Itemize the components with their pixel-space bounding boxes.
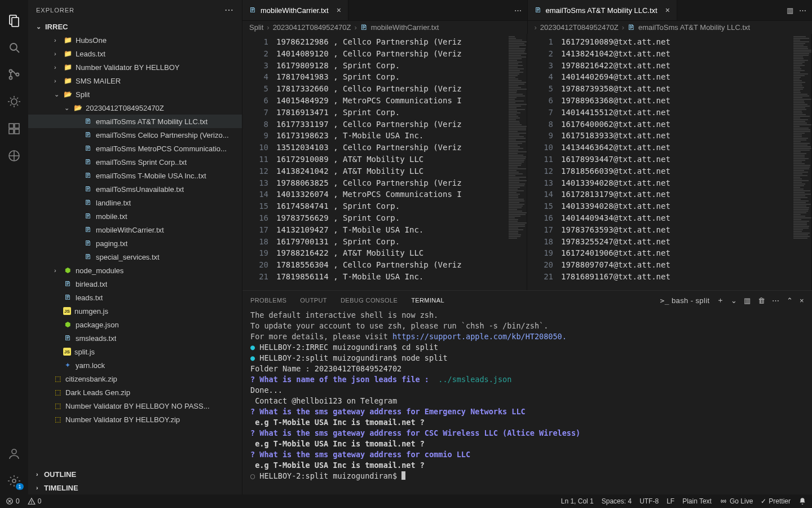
status-encoding[interactable]: UTF-8 — [639, 497, 659, 505]
tree-item[interactable]: ⬚Number Validator BY HELLBOY NO PASS... — [28, 399, 242, 413]
status-spaces[interactable]: Spaces: 4 — [602, 497, 632, 505]
editor-right[interactable]: 123456789101112131415161718192021 161729… — [527, 34, 812, 290]
more-icon[interactable]: ⋯ — [799, 6, 806, 15]
file-icon: 🖹 — [249, 6, 256, 14]
timeline-section[interactable]: ›TIMELINE — [28, 481, 242, 494]
search-icon[interactable] — [6, 40, 22, 55]
tree-item[interactable]: ›📁SMS MAILER — [28, 74, 242, 87]
tree-item[interactable]: 🖹landline.txt — [28, 196, 242, 209]
tree-item[interactable]: ›📁HubsOne — [28, 33, 242, 47]
explorer-icon[interactable] — [6, 12, 22, 28]
explorer-title: EXPLORER — [36, 7, 74, 14]
status-eol[interactable]: LF — [667, 497, 674, 505]
svg-point-19 — [31, 503, 32, 503]
svg-point-6 — [16, 73, 19, 76]
close-icon[interactable]: × — [337, 6, 341, 15]
status-golive[interactable]: Go Live — [720, 497, 753, 505]
settings-icon[interactable]: 1 — [6, 473, 22, 489]
tab-label: emailToSms AT&T Mobility LLC.txt — [546, 6, 657, 15]
svg-point-4 — [10, 70, 12, 73]
outline-section[interactable]: ›OUTLINE — [28, 467, 242, 481]
svg-rect-8 — [9, 124, 14, 128]
tree-item[interactable]: 🖹mobileWithCarrier.txt — [28, 223, 242, 237]
close-panel-icon[interactable]: × — [800, 296, 804, 305]
tree-item[interactable]: 🖹birlead.txt — [28, 277, 242, 291]
svg-point-2 — [10, 43, 17, 50]
tree-item[interactable]: 🖹emailToSms Cellco Partnership (Verizo..… — [28, 128, 242, 142]
extensions-icon[interactable] — [6, 121, 22, 137]
tree-item[interactable]: JSsplit.js — [28, 345, 242, 358]
terminal-dropdown-icon[interactable]: ⌄ — [731, 296, 737, 305]
account-icon[interactable] — [6, 446, 22, 462]
status-prettier[interactable]: ✓ Prettier — [761, 497, 791, 505]
maximize-panel-icon[interactable]: ⌃ — [787, 296, 793, 305]
status-warnings[interactable]: 0 — [28, 497, 42, 505]
status-errors[interactable]: 0 — [6, 497, 20, 505]
tree-item[interactable]: 🖹emailToSms Sprint Corp..txt — [28, 155, 242, 169]
status-language[interactable]: Plain Text — [682, 497, 712, 505]
tree-item[interactable]: 🖹special_services.txt — [28, 250, 242, 264]
more-icon[interactable]: ⋯ — [772, 296, 779, 305]
tree-item[interactable]: 🖹leads.txt — [28, 291, 242, 304]
terminal-shell-label[interactable]: >_ bash - split — [660, 296, 709, 305]
tree-item[interactable]: JSnumgen.js — [28, 304, 242, 318]
minimap[interactable] — [506, 34, 527, 290]
panel-tab-output[interactable]: OUTPUT — [300, 297, 327, 304]
tree-item[interactable]: 🖹smsleads.txt — [28, 331, 242, 345]
tree-item[interactable]: 🖹emailToSmsUnavailable.txt — [28, 182, 242, 196]
activity-bar: 1 — [0, 0, 28, 494]
tree-item[interactable]: ›📁Leads.txt — [28, 47, 242, 60]
kill-terminal-icon[interactable]: 🗑 — [758, 296, 765, 305]
status-bell-icon[interactable] — [798, 497, 806, 505]
breadcrumb-right[interactable]: ›20230412T084952470Z› 🖹emailToSms AT&T M… — [527, 20, 813, 34]
svg-rect-11 — [15, 129, 19, 134]
tree-item[interactable]: 🖹emailToSms AT&T Mobility LLC.txt — [28, 115, 242, 128]
svg-rect-10 — [9, 129, 14, 134]
panel-tab-terminal[interactable]: TERMINAL — [411, 297, 444, 304]
svg-point-13 — [12, 449, 16, 454]
explorer-root[interactable]: ⌄IRREC — [28, 20, 242, 33]
tree-item[interactable]: 🖹emailToSms T-Mobile USA Inc..txt — [28, 169, 242, 182]
tree-item[interactable]: ⬚citizensbank.zip — [28, 372, 242, 386]
minimap[interactable] — [791, 34, 811, 290]
tree-item[interactable]: 🖹paging.txt — [28, 237, 242, 250]
close-icon[interactable]: × — [665, 6, 670, 15]
split-terminal-icon[interactable]: ▥ — [744, 296, 751, 305]
status-bar: 0 0 Ln 1, Col 1 Spaces: 4 UTF-8 LF Plain… — [0, 494, 812, 508]
bottom-panel: PROBLEMS OUTPUT DEBUG CONSOLE TERMINAL >… — [242, 290, 812, 494]
tree-item[interactable]: ⬢package.json — [28, 318, 242, 331]
tree-item[interactable]: 🖹emailToSms MetroPCS Communicatio... — [28, 142, 242, 155]
debug-icon[interactable] — [6, 94, 22, 110]
tree-item[interactable]: ›📁Number Validator BY HELLBOY — [28, 60, 242, 74]
tree-item[interactable]: ⌄📂Split — [28, 87, 242, 101]
editor-left[interactable]: 123456789101112131415161718192021 197862… — [242, 34, 527, 290]
more-icon[interactable]: ⋯ — [514, 6, 522, 15]
tab-label: mobileWithCarrier.txt — [261, 6, 329, 15]
settings-badge: 1 — [16, 483, 23, 490]
explorer-sidebar: EXPLORER ⋯ ⌄IRREC ›📁HubsOne›📁Leads.txt›📁… — [28, 0, 242, 494]
tree-item[interactable]: ⬚Number Validator BY HELLBOY.zip — [28, 413, 242, 426]
svg-rect-1 — [12, 17, 19, 27]
split-layout-icon[interactable]: ▥ — [787, 6, 793, 15]
tab-emailtosms-att[interactable]: 🖹 emailToSms AT&T Mobility LLC.txt × — [528, 0, 677, 20]
new-terminal-icon[interactable]: ＋ — [717, 295, 724, 305]
tree-item[interactable]: ✦yarn.lock — [28, 358, 242, 372]
status-ln-col[interactable]: Ln 1, Col 1 — [561, 497, 594, 505]
file-icon: 🖹 — [535, 6, 541, 14]
remote-icon[interactable] — [6, 148, 22, 164]
terminal-output[interactable]: The default interactive shell is now zsh… — [242, 310, 812, 494]
panel-tab-debug[interactable]: DEBUG CONSOLE — [341, 297, 398, 304]
svg-point-20 — [722, 500, 725, 502]
tree-item[interactable]: ›⬢node_modules — [28, 264, 242, 277]
tree-item[interactable]: ⬚Dark Leads Gen.zip — [28, 386, 242, 399]
svg-point-7 — [11, 99, 17, 104]
breadcrumb-left[interactable]: Split› 20230412T084952470Z› 🖹mobileWithC… — [242, 20, 527, 34]
source-control-icon[interactable] — [6, 67, 22, 82]
svg-line-3 — [16, 50, 19, 52]
tab-mobilewithcarrier[interactable]: 🖹 mobileWithCarrier.txt × — [242, 0, 348, 20]
tree-item[interactable]: ⌄📂20230412T084952470Z — [28, 101, 242, 115]
svg-rect-9 — [15, 124, 19, 128]
tree-item[interactable]: 🖹mobile.txt — [28, 209, 242, 223]
explorer-more-icon[interactable]: ⋯ — [224, 5, 234, 15]
panel-tab-problems[interactable]: PROBLEMS — [250, 297, 286, 304]
